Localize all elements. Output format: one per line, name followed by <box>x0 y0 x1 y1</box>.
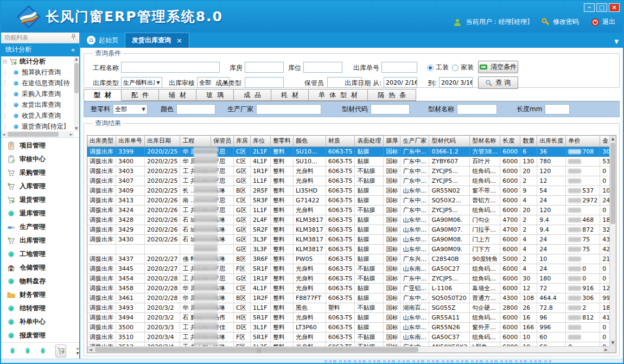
col-len[interactable]: 长度 <box>500 136 520 146</box>
sidebar-item-8[interactable]: 工地管理 <box>1 247 79 261</box>
table-row[interactable]: 调拨出库34542020/2/28工 共工程严思G区1R1F整料光身料6063-… <box>87 273 616 283</box>
collapse-icon[interactable]: « <box>71 46 75 54</box>
table-vertical-scrollbar[interactable]: ▲▼ <box>609 136 616 346</box>
tree-item-5[interactable]: ┆退货查询[待定] <box>1 122 74 132</box>
tree-item-2[interactable]: ┆采购入库查询 <box>1 89 74 100</box>
minimize-button[interactable]: – <box>584 3 595 12</box>
table-row[interactable]: 调拨出库34002020/2/25华 原...严思C区4L1F整料SU10...… <box>87 156 616 166</box>
module-dot-icon[interactable] <box>40 347 46 354</box>
sidebar-item-12[interactable]: 结转管理 <box>1 302 79 315</box>
table-row[interactable]: 调拨出库34092020/2/25长 ...陈琳B区2R5F整料LI35HD60… <box>87 186 616 195</box>
subtab-1[interactable]: 配件 <box>122 89 159 101</box>
table-row[interactable]: 调拨出库35002020/3/3工 共工程曹佳D区3L1F整料LT3P60606… <box>87 322 616 332</box>
close-button[interactable]: × <box>609 3 620 12</box>
tab-list-dropdown-icon[interactable]: ▼ <box>614 39 619 44</box>
module-dot-icon[interactable] <box>10 347 15 354</box>
subtab-3[interactable]: 玻璃 <box>196 89 234 101</box>
col-color[interactable]: 颜色 <box>293 136 326 146</box>
pin-icon[interactable] <box>71 34 76 41</box>
table-row[interactable]: 调拨出库34282020/2/26石 城陈琳G区2L4F整料KLM3817606… <box>87 215 616 225</box>
cart-toolbar-button[interactable] <box>55 344 66 357</box>
col-keeper[interactable]: 保管员 <box>211 136 233 146</box>
col-type[interactable]: 出库类型 <box>87 136 116 146</box>
table-row[interactable]: 调拨出库33992020/2/25华 原...严思C区2L1F整料SU10...… <box>87 146 616 156</box>
tab-home[interactable]: ⌂ 起始页 <box>80 33 125 48</box>
tree-item-1[interactable]: ┆在途信息查询[待 <box>1 78 74 89</box>
radio-gongzhuang[interactable]: 工装 <box>427 63 449 72</box>
col-name[interactable]: 型材名称 <box>470 136 500 146</box>
col-price[interactable]: 单价 <box>566 136 600 146</box>
col-wh[interactable]: 库房 <box>233 136 250 146</box>
profile-code-input[interactable] <box>371 104 410 114</box>
col-mfr[interactable]: 生产厂家 <box>400 136 429 146</box>
subtab-5[interactable]: 耗材 <box>271 89 309 101</box>
warehouse-input[interactable] <box>245 62 284 73</box>
table-row[interactable]: G区3L3F整料KLM38176063-T5贴膜国标山东华...GA90M09.… <box>87 244 616 254</box>
table-horizontal-scrollbar[interactable]: ◄|||► <box>87 346 609 353</box>
table-row[interactable]: 调拨出库34292020/2/26石 城陈琳G区5R2F整料KLM3817606… <box>87 225 616 234</box>
sidebar-item-6[interactable]: 生产管理 <box>1 220 79 234</box>
table-row[interactable]: 调拨出库34242020/2/26工 共工程严思G区1L1F整料光身料6063-… <box>87 205 616 215</box>
sidebar-item-1[interactable]: 审核中心 <box>1 152 79 166</box>
table-row[interactable]: 调拨出库34942020/3/2石 辉城汤伟H区5R1F整料光身料6063-T5… <box>87 312 616 322</box>
col-outlen[interactable]: 出库长度 <box>537 136 566 146</box>
sidebar-item-4[interactable]: 退货管理 <box>1 193 79 207</box>
sidebar-item-14[interactable]: 报废管理 <box>1 329 79 342</box>
table-row[interactable]: 调拨出库35102020/3/4工 共工程陈琳F区5R1F整料光身料6063-T… <box>87 332 616 342</box>
tree-horizontal-scrollbar[interactable]: ◄► <box>1 131 74 137</box>
col-project[interactable]: 工程 <box>180 136 211 146</box>
tree-item-3[interactable]: ┆发货出库查询 <box>1 100 74 111</box>
change-password-button[interactable]: 修改密码 <box>542 17 579 27</box>
subtab-6[interactable]: 单体型材 <box>309 89 368 101</box>
sidebar-item-9[interactable]: 仓储管理 <box>1 261 79 274</box>
location-input[interactable] <box>303 62 342 73</box>
outbound-type-select[interactable]: 生产领料出库▼ <box>121 77 162 88</box>
col-qty[interactable]: 数量 <box>520 136 537 146</box>
tree-root-statistics[interactable]: ⊟统计分析 <box>1 56 74 67</box>
table-row[interactable]: 调拨出库34072020/2/25工 共工程严思G区1L1F整料光身料6063-… <box>87 176 616 186</box>
col-surf[interactable]: 表面处理 <box>355 136 384 146</box>
col-mat[interactable]: 材质 <box>326 136 355 146</box>
sidebar-item-3[interactable]: 入库管理 <box>1 180 79 193</box>
tab-shipment-outbound-query[interactable]: 发货出库查询 × <box>125 33 189 48</box>
sidebar-item-13[interactable]: 补单中心 <box>1 315 79 329</box>
table-row[interactable]: 调拨出库34372020/2/27佛 料...陈琳B区3R6F整料PW05606… <box>87 254 616 264</box>
tree-item-0[interactable]: ┆预算执行查询 <box>1 67 74 78</box>
sidebar-item-10[interactable]: 物料盘存 <box>1 274 79 288</box>
sidebar-item-2[interactable]: 采购管理 <box>1 166 79 180</box>
date-from-select[interactable]: 2020/ 2/16▼ <box>384 77 417 88</box>
table-row[interactable]: 调拨出库34032020/2/25工 共工程严思G区1R1F整料光身料6063-… <box>87 166 616 176</box>
table-row[interactable]: 调拨出库34302020/2/26石 城陈琳G区3L3F整料KLM3817606… <box>87 234 616 244</box>
subtab-7[interactable]: 隔热条 <box>368 89 416 101</box>
tree-item-4[interactable]: ┆收货入库查询 <box>1 111 74 122</box>
subtab-4[interactable]: 成品 <box>234 89 271 101</box>
table-row[interactable]: 调拨出库34932020/3/2华 原...陈琳C区1L1F整料黑色塑料不贴膜国… <box>87 303 616 312</box>
tree-vertical-scrollbar[interactable]: ▲▼ <box>74 56 79 132</box>
profile-name-input[interactable] <box>457 104 497 114</box>
col-loc[interactable]: 库位 <box>250 136 270 146</box>
radio-jiazhuang[interactable]: 家装 <box>452 63 474 72</box>
col-code[interactable]: 型材代码 <box>429 136 470 146</box>
manufacturer-input[interactable] <box>256 104 321 114</box>
expand-more-icon[interactable]: »▾ <box>76 347 79 355</box>
table-row[interactable]: 调拨出库34582020/2/28华 原...陈琳C区4L1F整料光身料6063… <box>87 283 616 293</box>
sidebar-item-5[interactable]: 退库管理 <box>1 207 79 220</box>
table-row[interactable]: 调拨出库34132020/2/26南 ...严思C区5R3F整料G7142260… <box>87 195 616 205</box>
clear-conditions-button[interactable]: 清空条件 <box>478 61 518 73</box>
logout-button[interactable]: 退出 <box>591 17 615 27</box>
table-row[interactable]: 调拨出库34612020/2/28华 原...陈琳B区1R2F整料F8877FT… <box>87 293 616 303</box>
project-name-input[interactable] <box>121 62 220 73</box>
subtab-0[interactable]: 型材 <box>84 89 122 101</box>
tab-close-icon[interactable]: × <box>176 36 182 44</box>
sidebar-item-7[interactable]: 出库管理 <box>1 234 79 247</box>
sidebar-item-11[interactable]: 财务管理 <box>1 288 79 302</box>
date-to-select[interactable]: 2020/ 3/16▼ <box>439 77 473 88</box>
col-date[interactable]: 出库日期 <box>145 136 180 146</box>
col-whole[interactable]: 整零料 <box>270 136 293 146</box>
search-button[interactable]: 查 询 <box>478 76 518 89</box>
table-row[interactable]: 调拨出库34452020/2/27工 共工程严思F区5R1F整料光身料6063-… <box>87 264 616 273</box>
maximize-button[interactable]: □ <box>596 3 607 12</box>
col-film[interactable]: 膜厚 <box>384 136 400 146</box>
color-input[interactable] <box>176 104 215 114</box>
outbound-order-input[interactable] <box>381 62 417 73</box>
